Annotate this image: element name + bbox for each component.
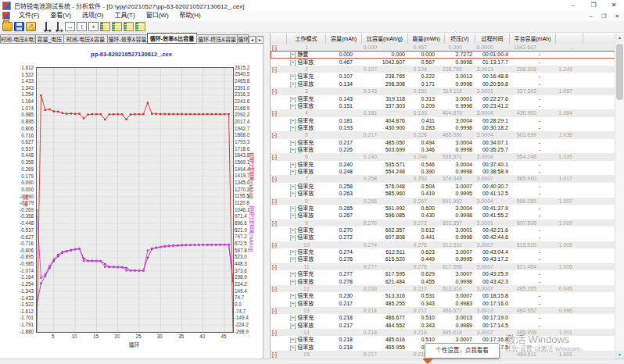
expand-toggle[interactable]: [+]	[290, 147, 297, 152]
tab-4[interactable]: 循环-效率&比容量	[147, 33, 196, 44]
mdi-close-button[interactable]: ✕	[611, 12, 624, 20]
collapse-toggle[interactable]: [-]	[271, 198, 287, 205]
table-row-cycle[interactable]: [-]130.2180.217486.6773.0013484.5520.996	[271, 307, 615, 314]
expand-toggle[interactable]: [+]	[290, 315, 297, 320]
expand-toggle[interactable]: [+]	[290, 96, 297, 102]
table-row-step[interactable]: [+] 倍率放0.217484.5520.3430.998900:17:14.5…	[271, 322, 615, 329]
expand-toggle[interactable]: [+]	[290, 140, 297, 145]
header-cell-8[interactable]	[556, 34, 583, 44]
tab-5[interactable]: 循环-终压&容量	[196, 34, 238, 44]
tab-scroll-left-button[interactable]: ◄	[249, 36, 256, 44]
table-row-step[interactable]: [+] 倍率放0.4671042.6070.5670.999801:13:17.…	[271, 59, 615, 66]
table-row-cycle[interactable]: [-]120.2300.217513.3163.0007485.2550.945	[271, 285, 615, 292]
expand-vertical-icon[interactable]	[77, 22, 87, 31]
expand-toggle[interactable]: [+]	[290, 205, 297, 211]
table-row-step[interactable]: [+] 倍率放0.276615.5200.4490.999500:43:17.2…	[271, 255, 615, 262]
table-row-cycle[interactable]: [-]90.2700.272602.3573.0001607.8081.009	[271, 219, 615, 227]
table-row-cycle[interactable]: [-]70.2580.263576.0483.0007585.9601.017	[271, 175, 615, 182]
expand-toggle[interactable]: [+]	[290, 81, 297, 87]
tab-0[interactable]: 时间-电压&电流	[0, 34, 36, 44]
header-cell-2[interactable]: 容量(mAh)	[326, 34, 362, 44]
menu-item-2[interactable]: 选项(O)	[77, 11, 109, 20]
fit-page-icon[interactable]	[53, 22, 63, 31]
table-row-cycle[interactable]: [-]10.0000.4670.0000.00001042.607-	[271, 44, 615, 51]
data-list-1-icon[interactable]	[100, 22, 110, 31]
expand-toggle[interactable]: [+]	[290, 73, 297, 79]
expand-toggle[interactable]: [+]	[290, 344, 297, 350]
table-row-step[interactable]: [+] 倍率充0.277617.5950.6293.000700:43:25.9…	[271, 270, 615, 277]
table-row-step[interactable]: [+] 倍率放0.217485.2550.3430.998300:17:16.0…	[271, 300, 615, 307]
data-list-4-icon[interactable]	[135, 22, 145, 31]
expand-toggle[interactable]: [+]	[290, 184, 297, 189]
header-cell-3[interactable]: 比容量(mAh/g)	[362, 34, 408, 44]
table-row-step[interactable]: [+] 倍率放0.248554.2480.3900.999800:38:58.9…	[271, 168, 615, 175]
personalization-popup[interactable]: 个性设置，点我看看	[425, 343, 500, 359]
collapse-toggle[interactable]: [-]	[271, 175, 287, 182]
table-row-step[interactable]: [+] 倍率充0.181404.8760.4113.000400:28:29.1…	[271, 117, 615, 124]
table-scrollbar[interactable]: ▲ ▼	[615, 34, 624, 359]
table-row-cycle[interactable]: [-]60.2400.248535.5713.0004554.2481.035	[271, 153, 615, 160]
expand-toggle[interactable]: [+]	[290, 162, 297, 167]
table-row-step[interactable]: [+] 倍率充0.217485.0500.4943.000400:34:07.1…	[271, 139, 615, 146]
collapse-toggle[interactable]: [-]	[271, 66, 287, 73]
header-cell-4[interactable]: 能量(mWh)	[408, 34, 445, 44]
header-cell-1[interactable]: 工作模式	[287, 34, 326, 44]
tab-6[interactable]: 循环	[237, 34, 249, 44]
collapse-toggle[interactable]: [-]	[271, 329, 287, 336]
expand-horizontal-icon[interactable]	[65, 22, 75, 31]
header-cell-5[interactable]: 终压(V)	[445, 34, 475, 44]
restore-button[interactable]: ❐	[583, 0, 604, 11]
table-row-step[interactable]: [+] 倍率充0.270602.3570.6123.000100:42:21.6…	[271, 227, 615, 234]
collapse-toggle[interactable]: [-]	[271, 44, 287, 51]
table-row-step[interactable]: [+] 倍率放0.267596.0850.4300.999800:41:55.2…	[271, 212, 615, 219]
table-row-step[interactable]: [+] 倍率充0.230513.3160.5313.000700:18:15.8…	[271, 292, 615, 299]
collapse-toggle[interactable]: [-]	[271, 241, 287, 248]
tab-2[interactable]: 时间-电压&容量	[63, 34, 108, 44]
panel-splitter[interactable]	[264, 33, 270, 359]
scroll-up-button[interactable]: ▲	[615, 34, 624, 42]
table-row-step[interactable]: [+] 倍率充0.258576.0480.5043.000700:40:30.7…	[271, 183, 615, 190]
expand-toggle[interactable]: [+]	[290, 293, 297, 298]
table-row-cycle[interactable]: [-]100.2740.276612.5113.0007615.5201.005	[271, 241, 615, 248]
scrollbar-thumb[interactable]	[616, 44, 623, 100]
tab-3[interactable]: 循环-效率&容量	[107, 34, 149, 44]
collapse-toggle[interactable]: [-]	[271, 307, 287, 314]
collapse-toggle[interactable]: [-]	[271, 285, 287, 292]
expand-toggle[interactable]: [+]	[290, 212, 297, 218]
expand-all-icon[interactable]	[88, 22, 99, 31]
table-row-step[interactable]: [+] 倍率充0.265591.9920.6003.000400:41:37.9…	[271, 205, 615, 212]
expand-toggle[interactable]: [+]	[290, 59, 297, 65]
expand-toggle[interactable]: [+]	[290, 271, 297, 277]
menu-item-0[interactable]: 文件(F)	[13, 11, 45, 20]
expand-toggle[interactable]: [+]	[290, 234, 297, 240]
tab-scroll-right-button[interactable]: ►	[256, 36, 264, 44]
table-row-cycle[interactable]: [-]140.2180.218485.6163.0007485.9551.001	[271, 329, 615, 336]
table-row-cycle[interactable]: [-]20.1070.134238.7653.0013298.3081.249	[271, 66, 615, 73]
expand-toggle[interactable]: [+]	[290, 323, 297, 328]
expand-toggle[interactable]: [+]	[290, 191, 297, 196]
save-icon[interactable]	[14, 22, 24, 31]
table-row-cycle[interactable]: [-]110.2770.278617.5953.0007621.4841.006	[271, 263, 615, 270]
header-cell-7[interactable]: 平台容量(mAh)	[510, 34, 556, 44]
table-row-step[interactable]: [+] 倍率充0.274612.5110.6233.000700:43:04.4…	[271, 248, 615, 255]
menu-item-3[interactable]: 工具(T)	[109, 11, 140, 20]
menu-item-5[interactable]: 帮助(H)	[174, 11, 206, 20]
table-row-step[interactable]: [+] 倍率充0.218486.6770.5103.001300:17:19.0…	[271, 314, 615, 321]
collapse-toggle[interactable]: [-]	[271, 109, 287, 116]
table-row-cycle[interactable]: [-]80.2650.267591.9923.0004596.0851.007	[271, 198, 615, 205]
mdi-restore-button[interactable]: ❐	[597, 12, 611, 20]
table-row-step[interactable]: [+] 倍率充0.240535.5710.5463.000400:37:40.1…	[271, 161, 615, 168]
close-button[interactable]: ✕	[604, 0, 624, 11]
table-row-step[interactable]: [+] 倍率放0.134298.3080.1710.999800:20:59.8…	[271, 80, 615, 87]
table-row-step[interactable]: [+] 倍率充0.143319.1180.3133.000100:22:27.6…	[271, 95, 615, 102]
collapse-toggle[interactable]: [-]	[271, 263, 287, 270]
expand-toggle[interactable]: [+]	[290, 103, 297, 109]
collapse-toggle[interactable]: [-]	[271, 219, 287, 227]
table-row-step[interactable]: [+] 倍率放0.272607.8080.4410.999800:42:44.6…	[271, 234, 615, 241]
expand-toggle[interactable]: [+]	[290, 249, 297, 255]
data-list-3-icon[interactable]	[124, 22, 134, 31]
expand-toggle[interactable]: [+]	[290, 337, 297, 342]
collapse-toggle[interactable]: [-]	[271, 131, 287, 138]
header-cell-0[interactable]	[271, 34, 287, 44]
expand-toggle[interactable]: [+]	[290, 125, 297, 130]
